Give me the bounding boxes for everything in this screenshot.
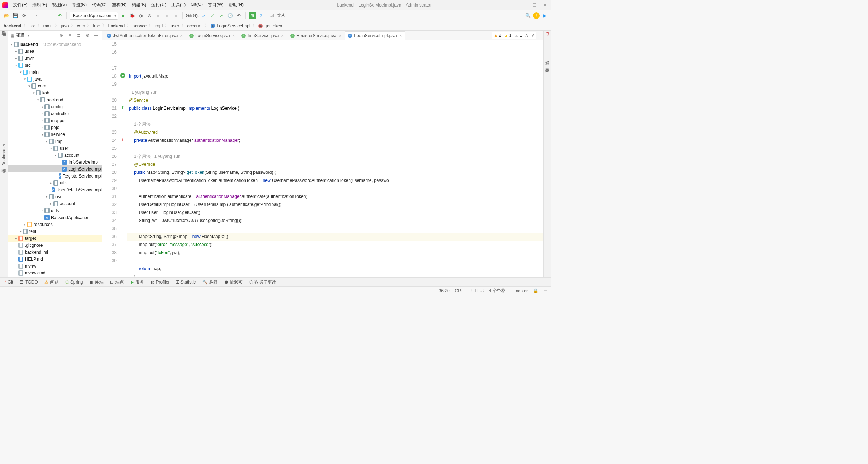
stop-button[interactable]: ■ xyxy=(172,12,179,19)
tree-root[interactable]: ▾▉ backend F:\Code\kob\backend xyxy=(8,41,102,48)
menu-navigate[interactable]: 导航(N) xyxy=(70,1,89,9)
hide-button[interactable]: — xyxy=(93,32,100,39)
override-gutter-icon[interactable]: ⬆ xyxy=(120,105,125,110)
maximize-button[interactable]: ☐ xyxy=(533,3,537,8)
spring-tool-button[interactable]: ⬡Spring xyxy=(65,280,83,285)
tree-row[interactable]: ▾▉src xyxy=(8,62,102,69)
project-tree[interactable]: ▾▉ backend F:\Code\kob\backend ▸▉.idea▸▉… xyxy=(8,40,102,277)
debug-button[interactable]: 🐞 xyxy=(128,12,136,19)
save-button[interactable]: 💾 xyxy=(12,12,19,19)
down-icon[interactable]: ∨ xyxy=(531,33,534,38)
profile-button[interactable]: ⊙ xyxy=(146,12,153,19)
menu-code[interactable]: 代码(C) xyxy=(90,1,109,9)
line-separator[interactable]: CRLF xyxy=(455,288,466,293)
crumb[interactable]: com xyxy=(77,23,85,28)
menu-build[interactable]: 构建(B) xyxy=(129,1,148,9)
undo-arrow-icon[interactable]: ↶ xyxy=(56,12,63,19)
open-button[interactable]: 📂 xyxy=(3,12,10,19)
code-with-me-button[interactable]: ▶ xyxy=(541,12,548,19)
tree-row[interactable]: ▸▉pojo xyxy=(8,124,102,131)
services-tool-button[interactable]: ▶服务 xyxy=(131,279,144,285)
weak-warning-indicator[interactable]: ▲1 xyxy=(504,33,512,38)
code-area[interactable]: import java.util.Map; ± yuyang sun@Servi… xyxy=(127,40,543,277)
editor-tab[interactable]: ILoginService.java× xyxy=(186,31,238,40)
close-tab-icon[interactable]: × xyxy=(400,34,402,38)
git-rollback-button[interactable]: ↶ xyxy=(235,12,242,19)
tree-row[interactable]: ▾▉kob xyxy=(8,89,102,96)
crumb[interactable]: account xyxy=(187,23,203,28)
back-button[interactable]: ← xyxy=(34,12,41,19)
git-commit-button[interactable]: ✓ xyxy=(209,12,216,19)
tool2-button[interactable]: ⊘ xyxy=(257,12,265,19)
tree-row[interactable]: cRegisterServiceImpl xyxy=(8,172,102,179)
code-editor[interactable]: 1516 171819 202122 232425262728293031323… xyxy=(102,40,543,277)
tree-row[interactable]: ▸▉target xyxy=(8,235,102,242)
crumb[interactable]: getToken xyxy=(265,23,283,28)
tree-row[interactable]: cInfoServiceImpl xyxy=(8,159,102,165)
menu-run[interactable]: 运行(U) xyxy=(149,1,168,9)
tree-row[interactable]: ▉pom.xml xyxy=(8,276,102,277)
tree-row[interactable]: ▸▉test xyxy=(8,228,102,235)
run-gutter-icon[interactable]: ▸ xyxy=(120,73,125,78)
build-tool-button[interactable]: 🔨构建 xyxy=(202,279,218,285)
tree-row[interactable]: ▉mvnw.cmd xyxy=(8,269,102,276)
crumb[interactable]: backend xyxy=(4,23,22,28)
tool1-button[interactable]: ⊞ xyxy=(249,12,256,19)
bookmarks-tool-button[interactable]: Bookmarks xyxy=(1,144,7,166)
crumb[interactable]: main xyxy=(43,23,53,28)
problems-tool-button[interactable]: ⚠问题 xyxy=(44,279,59,285)
encoding[interactable]: UTF-8 xyxy=(471,288,484,293)
git-branch[interactable]: ⑂ master xyxy=(511,288,528,293)
settings-button[interactable]: ⚙ xyxy=(84,32,91,39)
menu-refactor[interactable]: 重构(R) xyxy=(110,1,129,9)
run-anything-button[interactable]: ▶ xyxy=(163,12,171,19)
lock-icon[interactable]: 🔒 xyxy=(533,288,538,293)
menu-window[interactable]: 窗口(W) xyxy=(206,1,226,9)
warning-indicator[interactable]: ▲2 xyxy=(494,33,501,38)
db-changes-tool-button[interactable]: ⬡数据库更改 xyxy=(249,279,276,285)
up-icon[interactable]: ∧ xyxy=(525,33,528,38)
terminal-tool-button[interactable]: ▣终端 xyxy=(89,279,104,285)
editor-tab[interactable]: IInfoService.java× xyxy=(238,31,287,40)
translate-button[interactable]: 文A xyxy=(277,12,284,19)
search-button[interactable]: 🔍 xyxy=(524,12,532,19)
git-push-button[interactable]: ↗ xyxy=(218,12,225,19)
memory-icon[interactable]: ☰ xyxy=(544,288,548,293)
git-tool-button[interactable]: ⑂Git xyxy=(4,280,13,285)
close-tab-icon[interactable]: × xyxy=(339,34,341,38)
crumb[interactable]: java xyxy=(61,23,69,28)
tree-row[interactable]: ▉.gitignore xyxy=(8,242,102,249)
menu-tools[interactable]: 工具(T) xyxy=(169,1,188,9)
close-button[interactable]: ✕ xyxy=(543,3,547,8)
tree-row[interactable]: ▸▉utils xyxy=(8,179,102,186)
tree-row[interactable]: ▸▉config xyxy=(8,103,102,110)
menu-view[interactable]: 视图(V) xyxy=(50,1,69,9)
tree-row[interactable]: ▸▉mapper xyxy=(8,117,102,124)
menu-git[interactable]: Git(G) xyxy=(188,1,205,9)
run-button[interactable]: ▶ xyxy=(120,12,127,19)
tree-row[interactable]: ▸▉.idea xyxy=(8,48,102,55)
expand-button[interactable]: ≡ xyxy=(67,32,73,39)
tree-row[interactable]: cUserDetailsServiceImpl xyxy=(8,186,102,193)
todo-tool-button[interactable]: ☲TODO xyxy=(20,280,38,285)
tree-row[interactable]: ▾▉user xyxy=(8,193,102,200)
tree-row[interactable]: ▉backend.iml xyxy=(8,249,102,256)
dependencies-tool-button[interactable]: ⬣依赖项 xyxy=(225,279,243,285)
crumb[interactable]: LoginServiceImpl xyxy=(217,23,250,28)
tree-row[interactable]: ▾▉main xyxy=(8,69,102,75)
menu-edit[interactable]: 编辑(E) xyxy=(30,1,49,9)
indent[interactable]: 4 个空格 xyxy=(489,288,506,294)
tree-row[interactable]: ▾▉account xyxy=(8,152,102,159)
tree-row[interactable]: ▸▉utils xyxy=(8,207,102,214)
tree-row[interactable]: ▉HELP.md xyxy=(8,256,102,262)
maven-tool-button[interactable]: m xyxy=(545,32,550,36)
git-history-button[interactable]: 🕐 xyxy=(226,12,234,19)
caret-position[interactable]: 36:20 xyxy=(439,288,450,293)
menu-help[interactable]: 帮助(H) xyxy=(226,1,246,9)
run-config-dropdown[interactable]: BackendApplication xyxy=(70,12,118,20)
git-update-button[interactable]: ↙ xyxy=(200,12,207,19)
typo-indicator[interactable]: ▲1 xyxy=(514,33,522,38)
statistic-tool-button[interactable]: ΣStatistic xyxy=(176,280,196,285)
minimize-button[interactable]: ─ xyxy=(523,3,526,8)
impl-gutter-icon[interactable]: ⬆ xyxy=(120,137,125,142)
